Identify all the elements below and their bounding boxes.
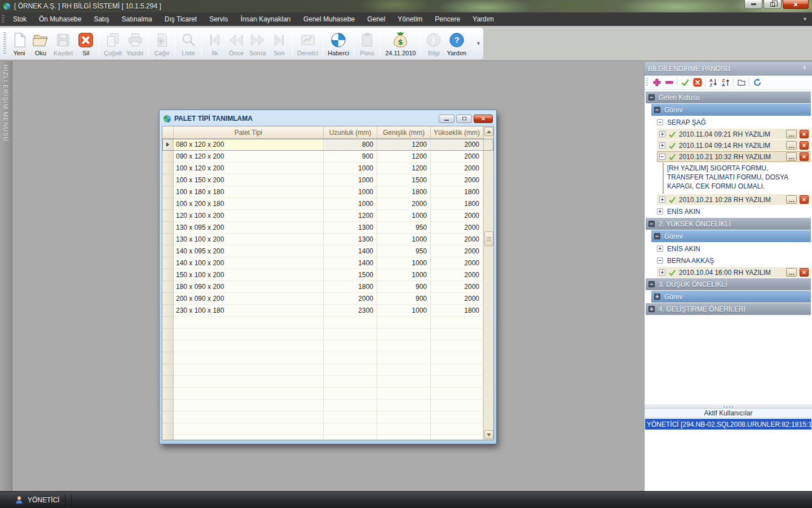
grid-cell[interactable]: 900 bbox=[377, 281, 431, 293]
grid-cell[interactable] bbox=[324, 317, 377, 329]
row-selector[interactable] bbox=[162, 388, 174, 400]
menu-item-n-muhasebe[interactable]: Ön Muhasebe bbox=[33, 12, 87, 26]
minimize-button[interactable] bbox=[744, 0, 762, 9]
tree-section-3-d-k-nceli-kli[interactable]: −3. DÜŞÜK ÖNCELİKLİ bbox=[646, 278, 811, 290]
grid-cell[interactable]: 1400 bbox=[324, 246, 377, 257]
table-row[interactable]: 080 x 120 x 20080012002000 bbox=[162, 139, 493, 151]
column-header-y-kseklik-mm[interactable]: Yükseklik (mm) bbox=[431, 126, 483, 139]
table-row[interactable]: 100 x 200 x 180100020001800 bbox=[162, 198, 493, 210]
grid-cell[interactable] bbox=[431, 340, 483, 352]
grid-cell[interactable] bbox=[431, 364, 483, 376]
tree-group-g-rev[interactable]: −Görev bbox=[651, 104, 811, 116]
grid-cell[interactable]: 2000 bbox=[431, 281, 483, 293]
grid-cell[interactable] bbox=[431, 435, 483, 440]
tree-task-2010-10-04-16-00-rh-yazilim[interactable]: +2010.10.04 16:00 RH YAZILIM…✕ bbox=[657, 267, 810, 278]
row-selector[interactable] bbox=[162, 423, 174, 435]
palet-close-button[interactable]: ✕ bbox=[474, 115, 493, 123]
grid-cell[interactable]: 200 x 090 x 200 bbox=[174, 293, 324, 305]
panel-splitter[interactable] bbox=[645, 405, 812, 409]
grid-cell[interactable] bbox=[377, 352, 431, 364]
grid-cell[interactable]: 2000 bbox=[324, 293, 377, 305]
tree-person-berna-akka[interactable]: −BERNA AKKAŞ bbox=[657, 255, 812, 266]
menu-item-sat-nalma[interactable]: Satınalma bbox=[116, 12, 158, 26]
grid-cell[interactable]: 1000 bbox=[324, 198, 377, 210]
table-row[interactable]: 230 x 100 x 180230010001800 bbox=[162, 305, 493, 317]
tree-person-serap-a[interactable]: −SERAP ŞAĞ bbox=[657, 116, 812, 128]
table-row[interactable]: 130 x 095 x 20013009502000 bbox=[162, 222, 493, 234]
sort-az-icon[interactable]: AZ bbox=[708, 78, 718, 87]
grid-cell[interactable]: 1800 bbox=[324, 281, 377, 293]
palet-restore-button[interactable] bbox=[456, 115, 472, 123]
grid-cell[interactable]: 1500 bbox=[324, 269, 377, 281]
collapse-icon[interactable]: − bbox=[659, 154, 665, 160]
table-row[interactable]: 100 x 120 x 200100012002000 bbox=[162, 163, 493, 174]
grid-cell[interactable] bbox=[377, 364, 431, 376]
palet-minimize-button[interactable] bbox=[439, 115, 454, 123]
tree-task-2010-10-21-10-32-rh-yazilim[interactable]: −2010.10.21 10:32 RH YAZILIM…✕ bbox=[657, 151, 810, 162]
grid-cell[interactable]: 100 x 120 x 200 bbox=[174, 163, 324, 174]
row-selector[interactable] bbox=[162, 340, 174, 352]
menu-item-sat[interactable]: Satış bbox=[87, 12, 115, 26]
toolbar-button-yeni[interactable]: Yeni bbox=[8, 30, 30, 56]
active-user-row[interactable]: YÖNETİCİ [294.NB-02.SQL2008.URUNLER:82:1… bbox=[645, 419, 811, 430]
expand-icon[interactable]: + bbox=[659, 196, 665, 203]
grid-cell[interactable] bbox=[174, 388, 324, 400]
sort-za-icon[interactable]: ZA bbox=[721, 78, 730, 87]
grid-cell[interactable] bbox=[431, 317, 483, 329]
grid-cell[interactable]: 1000 bbox=[377, 305, 431, 317]
row-selector[interactable] bbox=[162, 317, 174, 329]
column-header-palet-tipi[interactable]: Palet Tipi bbox=[174, 126, 324, 139]
menu-item-y-netim[interactable]: Yönetim bbox=[391, 12, 429, 26]
grid-cell[interactable]: 1200 bbox=[377, 139, 431, 151]
grid-cell[interactable]: 2000 bbox=[431, 163, 483, 174]
grid-cell[interactable]: 2300 bbox=[324, 305, 377, 317]
grid-cell[interactable]: 2000 bbox=[431, 246, 483, 257]
grid-cell[interactable] bbox=[174, 317, 324, 329]
grid-cell[interactable]: 1300 bbox=[324, 222, 377, 234]
table-row[interactable] bbox=[162, 411, 493, 423]
grid-cell[interactable] bbox=[174, 400, 324, 411]
grid-cell[interactable]: 180 x 090 x 200 bbox=[174, 281, 324, 293]
menu-item-genel[interactable]: Genel bbox=[361, 12, 391, 26]
grid-cell[interactable]: 140 x 095 x 200 bbox=[174, 246, 324, 257]
grid-cell[interactable] bbox=[431, 388, 483, 400]
grid-cell[interactable] bbox=[377, 376, 431, 388]
grid-cell[interactable] bbox=[377, 435, 431, 440]
expand-icon[interactable]: + bbox=[648, 306, 655, 312]
table-row[interactable] bbox=[162, 400, 493, 411]
table-row[interactable]: 140 x 100 x 200140010002000 bbox=[162, 257, 493, 269]
row-selector[interactable] bbox=[162, 246, 174, 257]
palet-window-titlebar[interactable]: PALET TİPİ TANIMLAMA ✕ bbox=[162, 112, 494, 126]
refresh-icon[interactable] bbox=[752, 78, 762, 87]
row-selector[interactable] bbox=[162, 234, 174, 246]
folder-icon[interactable] bbox=[736, 78, 746, 87]
grid-cell[interactable] bbox=[377, 411, 431, 423]
row-selector[interactable] bbox=[162, 400, 174, 411]
tree-section-gelen-kutusu[interactable]: −Gelen Kutusu bbox=[646, 91, 811, 103]
table-row[interactable] bbox=[162, 388, 493, 400]
collapse-icon[interactable]: − bbox=[657, 119, 663, 125]
table-row[interactable]: 120 x 100 x 200120010002000 bbox=[162, 210, 493, 222]
menu-overflow-icon[interactable]: ▼ bbox=[802, 16, 807, 22]
grid-cell[interactable]: 950 bbox=[377, 246, 431, 257]
grid-cell[interactable]: 1000 bbox=[377, 269, 431, 281]
collapse-icon[interactable]: − bbox=[657, 257, 663, 264]
grid-cell[interactable]: 140 x 100 x 200 bbox=[174, 257, 324, 269]
row-selector[interactable] bbox=[162, 222, 174, 234]
grid-cell[interactable] bbox=[324, 423, 377, 435]
grid-cell[interactable] bbox=[174, 376, 324, 388]
grid-cell[interactable]: 1800 bbox=[377, 186, 431, 198]
grid-cell[interactable]: 2000 bbox=[431, 234, 483, 246]
grid-cell[interactable]: 090 x 120 x 200 bbox=[174, 151, 324, 163]
collapse-icon[interactable]: − bbox=[654, 233, 660, 239]
tree-task-2010-10-21-10-28-rh-yazilim[interactable]: +2010.10.21 10:28 RH YAZILIM…✕ bbox=[657, 194, 810, 205]
scroll-thumb[interactable] bbox=[484, 231, 493, 246]
grid-cell[interactable]: 2000 bbox=[377, 198, 431, 210]
grid-cell[interactable]: 1000 bbox=[377, 257, 431, 269]
grid-cell[interactable]: 100 x 200 x 180 bbox=[174, 198, 324, 210]
expand-icon[interactable]: + bbox=[654, 294, 660, 300]
grid-cell[interactable] bbox=[324, 329, 377, 340]
row-selector[interactable] bbox=[162, 376, 174, 388]
grid-cell[interactable]: 1000 bbox=[324, 163, 377, 174]
grid-cell[interactable]: 2000 bbox=[431, 222, 483, 234]
